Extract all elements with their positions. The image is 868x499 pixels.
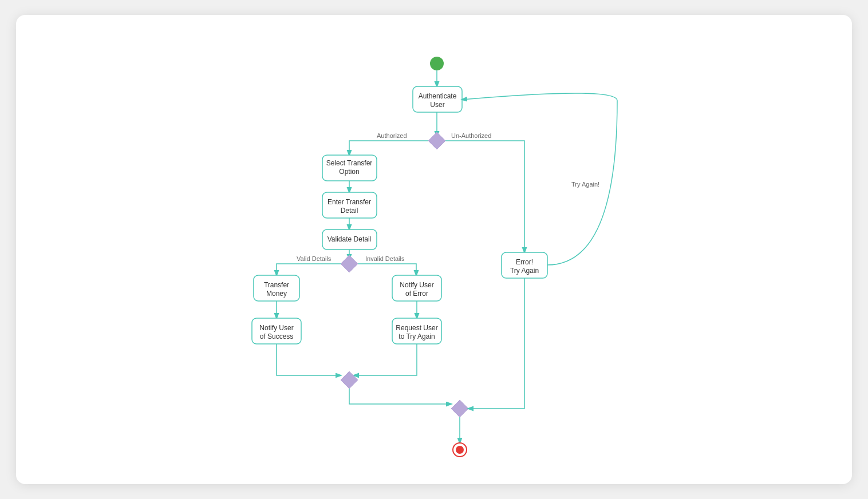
notify-success-label: Notify User	[259, 324, 293, 332]
select-transfer-label2: Option	[339, 168, 359, 176]
decision2-diamond	[341, 255, 358, 272]
decision3-diamond	[341, 371, 358, 389]
notify-error-label2: of Error	[405, 290, 428, 298]
request-try-again-label: Request User	[396, 324, 437, 332]
valid-details-label: Valid Details	[297, 255, 332, 262]
request-try-again-label2: to Try Again	[399, 332, 435, 340]
transfer-money-label: Transfer	[264, 281, 289, 289]
validate-detail-label: Validate Detail	[328, 235, 372, 243]
start-node	[430, 57, 444, 70]
authenticate-label: Authenticate	[419, 92, 457, 100]
authenticate-label2: User	[430, 101, 444, 109]
enter-detail-label: Enter Transfer	[328, 198, 371, 206]
diagram-canvas: Authenticate User Authorized Un-Authoriz…	[16, 15, 852, 484]
error-try-again-label: Error!	[516, 258, 533, 266]
invalid-details-label: Invalid Details	[365, 255, 405, 262]
try-again-label: Try Again!	[571, 181, 599, 188]
enter-detail-label2: Detail	[341, 207, 358, 215]
select-transfer-label: Select Transfer	[326, 159, 373, 167]
decision4-diamond	[451, 400, 468, 417]
notify-success-label2: of Success	[260, 332, 294, 340]
authorized-label: Authorized	[377, 132, 407, 139]
end-node-inner	[456, 446, 464, 454]
notify-error-label: Notify User	[400, 281, 433, 289]
decision1-diamond	[428, 132, 445, 149]
transfer-money-label2: Money	[266, 290, 287, 298]
error-try-again-label2: Try Again	[510, 267, 539, 275]
unauthorized-label: Un-Authorized	[451, 132, 491, 139]
